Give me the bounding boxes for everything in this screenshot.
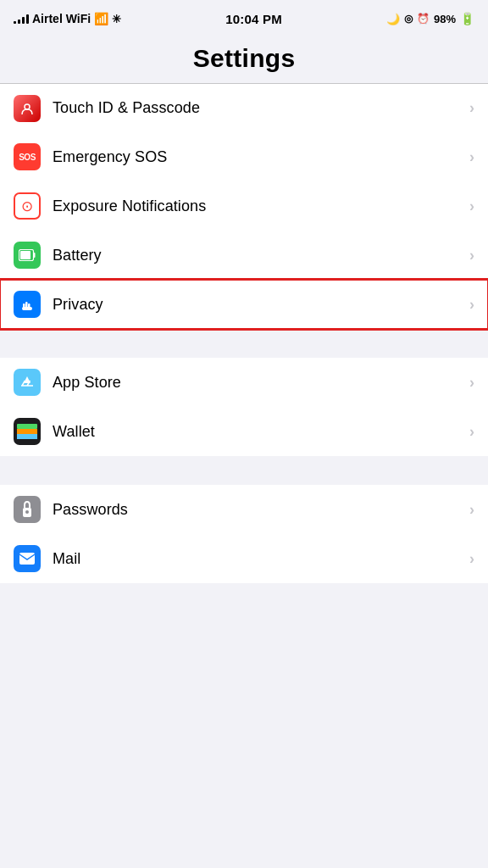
row-app-store[interactable]: App Store › <box>0 358 488 407</box>
touch-id-chevron: › <box>469 99 474 117</box>
app-store-label: App Store <box>53 374 469 392</box>
row-passwords[interactable]: Passwords › <box>0 485 488 534</box>
svg-rect-2 <box>20 251 30 259</box>
moon-icon: 🌙 <box>386 13 400 25</box>
location-icon: ◎ <box>404 13 413 25</box>
exposure-chevron: › <box>469 198 474 215</box>
battery-row-icon <box>14 242 41 269</box>
mail-label: Mail <box>53 550 469 568</box>
exposure-icon: ⊙ <box>14 192 41 220</box>
passwords-chevron: › <box>469 501 474 519</box>
svg-rect-8 <box>17 424 37 429</box>
section-security: Touch ID & Passcode › SOS Emergency SOS … <box>0 83 488 329</box>
battery-percent: 98% <box>434 13 456 25</box>
status-right: 🌙 ◎ ⏰ 98% 🔋 <box>386 12 474 25</box>
row-wallet[interactable]: Wallet › <box>0 407 488 456</box>
signal-icon <box>14 14 29 24</box>
page-header: Settings <box>0 37 488 83</box>
svg-point-12 <box>25 510 29 514</box>
passwords-icon <box>14 496 41 523</box>
mail-icon <box>14 545 41 572</box>
battery-label: Battery <box>53 247 469 264</box>
section-more-apps: Passwords › Mail › <box>0 485 488 583</box>
row-touch-id[interactable]: Touch ID & Passcode › <box>0 83 488 132</box>
passwords-label: Passwords <box>53 501 469 519</box>
row-mail[interactable]: Mail › <box>0 534 488 583</box>
svg-rect-7 <box>22 307 32 310</box>
battery-icon: 🔋 <box>460 12 474 25</box>
wallet-icon <box>14 418 41 445</box>
carrier-label: Airtel WiFi <box>32 12 91 25</box>
svg-point-0 <box>25 104 30 109</box>
alarm-icon: ⏰ <box>417 13 430 25</box>
app-store-icon <box>14 369 41 396</box>
svg-rect-3 <box>34 253 36 258</box>
brightness-icon: ✳ <box>112 13 121 25</box>
app-store-chevron: › <box>469 374 474 392</box>
svg-rect-10 <box>17 434 37 439</box>
battery-chevron: › <box>469 247 474 264</box>
page-title: Settings <box>0 44 488 73</box>
wallet-chevron: › <box>469 423 474 441</box>
row-privacy[interactable]: Privacy › <box>0 280 488 329</box>
emergency-sos-icon: SOS <box>14 143 41 170</box>
svg-rect-13 <box>19 553 35 565</box>
exposure-label: Exposure Notifications <box>53 198 469 215</box>
touch-id-icon <box>14 95 41 122</box>
status-time: 10:04 PM <box>225 12 282 26</box>
section-gap-1 <box>0 329 488 358</box>
privacy-label: Privacy <box>53 296 469 314</box>
touch-id-label: Touch ID & Passcode <box>53 99 469 117</box>
section-gap-2 <box>0 456 488 485</box>
status-bar: Airtel WiFi 📶 ✳ 10:04 PM 🌙 ◎ ⏰ 98% 🔋 <box>0 0 488 37</box>
section-apps: App Store › Wallet › <box>0 358 488 456</box>
emergency-sos-chevron: › <box>469 148 474 166</box>
privacy-chevron: › <box>469 296 474 314</box>
wallet-label: Wallet <box>53 423 469 441</box>
row-emergency-sos[interactable]: SOS Emergency SOS › <box>0 132 488 181</box>
mail-chevron: › <box>469 550 474 568</box>
emergency-sos-label: Emergency SOS <box>53 148 469 166</box>
wifi-icon: 📶 <box>94 12 108 25</box>
row-battery[interactable]: Battery › <box>0 231 488 280</box>
status-left: Airtel WiFi 📶 ✳ <box>14 12 121 25</box>
row-exposure[interactable]: ⊙ Exposure Notifications › <box>0 181 488 231</box>
privacy-icon <box>14 291 41 318</box>
svg-rect-9 <box>17 429 37 434</box>
